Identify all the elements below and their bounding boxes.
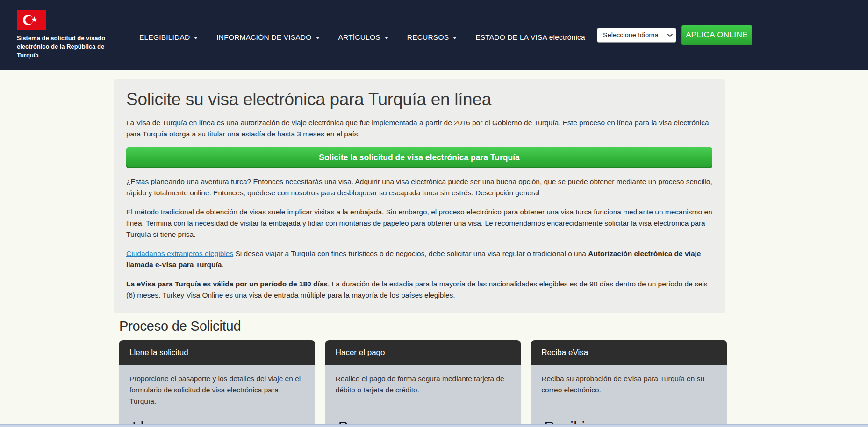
hero-intro-paragraph: La Visa de Turquía en línea es una autor… [126,117,712,140]
nav-item-articulos[interactable]: ARTÍCULOS [338,33,388,42]
paragraph-text: Si desea viajar a Turquía con fines turí… [233,249,588,257]
hero-paragraph-4: Ciudadanos extranjeros elegibles Si dese… [126,248,712,270]
nav-item-informacion-de-visado[interactable]: INFORMACIÓN DE VISADO [216,33,319,42]
chevron-down-icon [194,37,198,39]
paragraph-text: . [222,261,223,269]
nav-item-label: RECURSOS [407,33,449,42]
hero-panel: Solicite su visa electrónica para Turquí… [114,79,725,313]
nav-item-label: ARTÍCULOS [338,33,380,42]
card-header: Llene la solicitud [119,340,315,365]
nav-item-label: INFORMACIÓN DE VISADO [216,33,311,42]
apply-online-button[interactable]: APLICA ONLINE [681,25,752,45]
card-description: Proporcione el pasaporte y los detalles … [129,373,305,407]
hero-paragraph-2: ¿Estás planeando una aventura turca? Ent… [126,176,712,199]
chevron-down-icon [667,32,673,37]
main-nav: ELEGIBILIDAD INFORMACIÓN DE VISADO ARTÍC… [139,28,585,42]
hero-paragraph-3: El método tradicional de obtención de vi… [126,206,712,240]
paragraph-bold-text: La eVisa para Turquía es válida por un p… [126,280,328,288]
turkey-flag-icon [17,10,46,30]
eligible-citizens-link[interactable]: Ciudadanos extranjeros elegibles [126,249,233,257]
brand-logo[interactable]: Sistema de solicitud de visado electróni… [17,10,116,60]
card-description: Reciba su aprobación de eVisa para Turqu… [541,373,717,396]
hero-paragraph-5: La eVisa para Turquía es válida por un p… [126,278,712,301]
card-body: Realice el pago de forma segura mediante… [325,365,521,427]
card-body: Reciba su aprobación de eVisa para Turqu… [531,365,727,427]
chevron-down-icon [453,37,457,39]
process-card-pay: Hacer el pago Realice el pago de forma s… [325,340,521,427]
process-section: Proceso de Solicitud Llene la solicitud … [119,319,727,427]
page-title: Solicite su visa electrónica para Turquí… [126,90,712,109]
language-select[interactable]: Seleccione Idioma [597,28,676,43]
chevron-down-icon [316,37,320,39]
card-description: Realice el pago de forma segura mediante… [336,373,511,396]
nav-item-recursos[interactable]: RECURSOS [407,33,457,42]
process-title: Proceso de Solicitud [119,319,727,334]
bottom-strip [0,424,868,427]
card-body: Proporcione el pasaporte y los detalles … [119,365,315,427]
nav-item-label: ELEGIBILIDAD [139,33,190,42]
brand-title: Sistema de solicitud de visado electróni… [17,34,110,60]
navbar-right-group: Seleccione Idioma APLICA ONLINE [597,25,752,45]
top-navbar: Sistema de solicitud de visado electróni… [0,0,868,70]
process-card-receive: Reciba eVisa Reciba su aprobación de eVi… [531,340,727,427]
nav-item-estado-visa[interactable]: ESTADO DE LA VISA electrónica [475,33,585,42]
nav-item-elegibilidad[interactable]: ELEGIBILIDAD [139,33,198,42]
card-header: Reciba eVisa [531,340,727,365]
card-header: Hacer el pago [325,340,521,365]
nav-item-label: ESTADO DE LA VISA electrónica [475,33,585,42]
language-select-value: Seleccione Idioma [603,31,659,39]
process-cards-row: Llene la solicitud Proporcione el pasapo… [119,340,727,427]
chevron-down-icon [385,37,388,39]
process-card-fill: Llene la solicitud Proporcione el pasapo… [119,340,315,427]
apply-evisa-cta-button[interactable]: Solicite la solicitud de visa electrónic… [126,147,712,168]
